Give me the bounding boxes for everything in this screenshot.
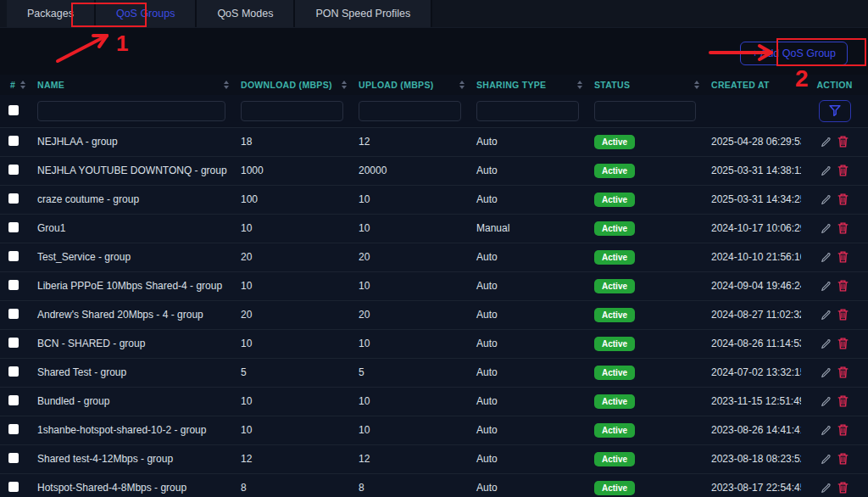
pencil-icon <box>821 194 832 205</box>
row-checkbox[interactable] <box>8 222 19 232</box>
sharing-type-filter-input[interactable] <box>476 101 579 121</box>
row-checkbox[interactable] <box>8 193 19 204</box>
sort-arrows-icon[interactable] <box>694 81 699 89</box>
trash-icon <box>837 136 849 148</box>
row-checkbox[interactable] <box>8 366 19 377</box>
row-checkbox[interactable] <box>8 165 19 175</box>
download-cell: 10 <box>237 329 355 358</box>
row-checkbox[interactable] <box>8 424 19 434</box>
sort-arrows-icon[interactable] <box>577 81 582 89</box>
delete-button[interactable] <box>837 165 849 176</box>
delete-button[interactable] <box>837 453 849 465</box>
delete-button[interactable] <box>837 193 849 205</box>
delete-button[interactable] <box>837 280 849 292</box>
status-filter-input[interactable] <box>594 101 696 121</box>
tab-qos-modes[interactable]: QoS Modes <box>197 0 295 27</box>
name-cell: Hotspot-Shared-4-8Mbps - group <box>34 473 237 497</box>
trash-icon <box>837 165 849 176</box>
row-checkbox[interactable] <box>8 453 19 463</box>
created-at-cell: 2024-09-04 19:46:24 <box>708 271 801 300</box>
upload-cell: 10 <box>355 329 473 358</box>
sharing-type-cell: Auto <box>473 358 591 387</box>
annotation-number-1: 1 <box>116 31 128 57</box>
select-all-checkbox[interactable] <box>8 105 19 115</box>
edit-button[interactable] <box>821 223 832 234</box>
delete-button[interactable] <box>837 309 849 321</box>
row-checkbox[interactable] <box>8 280 19 290</box>
trash-icon <box>837 193 849 205</box>
trash-icon <box>837 251 849 263</box>
status-badge: Active <box>594 221 635 236</box>
edit-button[interactable] <box>821 165 832 176</box>
status-badge: Active <box>594 193 635 207</box>
apply-filter-button[interactable] <box>819 100 851 122</box>
download-cell: 10 <box>237 214 355 243</box>
column-header-index: # <box>10 80 15 90</box>
pencil-icon <box>821 483 832 494</box>
row-checkbox[interactable] <box>8 395 19 405</box>
sharing-type-cell: Manual <box>473 214 591 243</box>
row-checkbox[interactable] <box>8 482 19 492</box>
status-badge: Active <box>594 452 635 466</box>
table-row: 1shanbe-hotspot-shared-10-2 - group 10 1… <box>0 416 868 444</box>
created-at-cell: 2023-11-15 12:51:49 <box>708 387 801 416</box>
delete-button[interactable] <box>837 251 849 263</box>
edit-button[interactable] <box>821 137 832 148</box>
edit-button[interactable] <box>821 367 832 378</box>
arrow-to-qos-groups-tab <box>58 36 107 61</box>
column-header-created-at: CREATED AT <box>711 80 770 90</box>
row-checkbox[interactable] <box>8 251 19 261</box>
column-header-upload: UPLOAD (MBPS) <box>359 80 433 90</box>
delete-button[interactable] <box>837 482 849 494</box>
name-cell: BCN - SHARED - group <box>34 329 237 358</box>
upload-cell: 8 <box>355 473 473 497</box>
tab-pon-speed-profiles[interactable]: PON Speed Profiles <box>295 0 432 27</box>
row-checkbox[interactable] <box>8 309 19 319</box>
upload-cell: 10 <box>355 387 473 416</box>
edit-button[interactable] <box>821 425 832 436</box>
row-checkbox[interactable] <box>8 338 19 348</box>
delete-button[interactable] <box>837 424 849 436</box>
table-row: NEJHLAA - group 18 12 Auto Active 2025-0… <box>0 127 868 156</box>
created-at-cell: 2025-03-31 14:34:25 <box>708 185 801 214</box>
sort-arrows-icon[interactable] <box>224 81 229 89</box>
delete-button[interactable] <box>837 222 849 234</box>
created-at-cell: 2025-03-31 14:38:11 <box>708 156 801 185</box>
edit-button[interactable] <box>821 281 832 292</box>
row-checkbox[interactable] <box>8 136 19 146</box>
upload-cell: 10 <box>355 416 473 444</box>
edit-button[interactable] <box>821 483 832 494</box>
download-cell: 20 <box>237 243 355 271</box>
download-cell: 10 <box>237 387 355 416</box>
delete-button[interactable] <box>837 136 849 148</box>
sort-arrows-icon[interactable] <box>20 81 25 89</box>
trash-icon <box>837 222 849 234</box>
add-qos-group-button[interactable]: + Add QoS Group <box>740 42 848 65</box>
download-filter-input[interactable] <box>241 101 343 121</box>
table-row: Andrew's Shared 20Mbps - 4 - group 20 20… <box>0 300 868 329</box>
edit-button[interactable] <box>821 194 832 205</box>
edit-button[interactable] <box>821 396 832 407</box>
edit-button[interactable] <box>821 338 832 349</box>
name-cell: Liberia PPPoE 10Mbps Shared-4 - group <box>34 271 237 300</box>
delete-button[interactable] <box>837 366 849 378</box>
created-at-cell: 2024-10-10 21:56:10 <box>708 243 801 271</box>
upload-cell: 5 <box>355 358 473 387</box>
upload-cell: 20 <box>355 243 473 271</box>
sharing-type-cell: Auto <box>473 127 591 156</box>
name-cell: Shared test-4-12Mbps - group <box>34 444 237 473</box>
tab-qos-groups[interactable]: QoS Groups <box>96 0 197 27</box>
edit-button[interactable] <box>821 252 832 263</box>
upload-cell: 10 <box>355 185 473 214</box>
table-row: Shared test-4-12Mbps - group 12 12 Auto … <box>0 444 868 473</box>
delete-button[interactable] <box>837 338 849 349</box>
sort-arrows-icon[interactable] <box>342 81 347 89</box>
edit-button[interactable] <box>821 310 832 321</box>
edit-button[interactable] <box>821 454 832 465</box>
upload-filter-input[interactable] <box>359 101 461 121</box>
trash-icon <box>837 395 849 407</box>
sort-arrows-icon[interactable] <box>459 81 465 89</box>
tab-packages[interactable]: Packages <box>7 0 96 27</box>
delete-button[interactable] <box>837 395 849 407</box>
name-filter-input[interactable] <box>37 101 225 121</box>
